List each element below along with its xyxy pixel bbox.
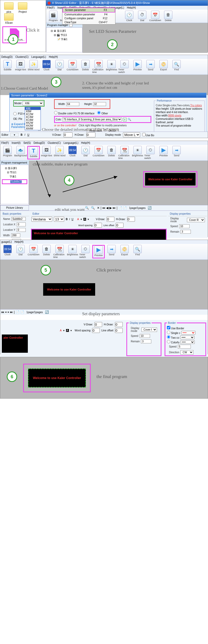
menu-screen-parameter[interactable]: Screen parameterF3 [62, 8, 115, 13]
radio-colorful[interactable]: Colorfu [167, 340, 179, 344]
tool-program[interactable]: 🎬Program [1, 146, 14, 159]
zoom-icon[interactable]: 🔍 [91, 206, 95, 210]
tool-delete[interactable]: 🗑Delete [79, 60, 92, 73]
direction-select[interactable]: CW [180, 350, 193, 355]
use-border-check[interactable]: Use Border [167, 326, 204, 330]
add-icon[interactable]: + [123, 118, 127, 121]
display-mode-select[interactable]: Move L [123, 132, 140, 137]
lo-input[interactable] [115, 328, 123, 333]
tree-screen[interactable]: ⊟ 显示屏1 [2, 166, 27, 170]
menu-set[interactable]: Set(S) [23, 141, 31, 144]
menu-complex-panel[interactable]: Configure complex panelF12 [62, 16, 115, 20]
speed-input[interactable] [179, 224, 190, 228]
remain-input[interactable] [141, 339, 151, 343]
folder-project[interactable]: Project [16, 2, 29, 13]
display-mode-select[interactable]: Cover R [187, 218, 205, 222]
tree-program[interactable]: ⊟ 节目1 [2, 170, 27, 175]
menu-clusters[interactable]: Clusters(C) [48, 141, 61, 144]
tool-program[interactable]: 🎬Program [47, 11, 60, 22]
tree-program[interactable]: ⊟ 🎬 节目1 [48, 33, 81, 37]
editor-textarea[interactable]: aler Controller [2, 335, 28, 353]
tree-sub2[interactable]: Subtitle2 [2, 179, 27, 184]
border-style-2[interactable]: ━━━ [180, 336, 194, 339]
tool-caltime[interactable]: 📆Calibration time [92, 60, 105, 73]
width-input[interactable] [66, 102, 79, 106]
border-style-3[interactable]: ━━━ [180, 340, 195, 344]
speed-input[interactable] [140, 334, 150, 338]
menu-debug[interactable]: Debug(D) [1, 55, 12, 58]
folder-pics[interactable]: pics [2, 2, 15, 13]
locy-input[interactable] [17, 228, 26, 232]
menu-debug[interactable]: Debug(D) [34, 141, 45, 144]
tool-imagetext[interactable]: 🖼Image-text [40, 146, 53, 159]
hdraw-input[interactable] [115, 322, 123, 327]
model-opt[interactable]: XC4W [25, 119, 41, 121]
tool-caltime[interactable]: 📆Calibration time [53, 245, 66, 258]
height-input[interactable] [93, 102, 106, 106]
vdraw-input[interactable] [94, 322, 102, 327]
tree-screen[interactable]: ⊟ 🖥 显示屏1 [48, 29, 81, 33]
vdraw-input[interactable] [107, 217, 114, 222]
vdraw-input[interactable] [63, 132, 73, 137]
tool-subtitle[interactable]: TSubtitle [1, 60, 14, 73]
tool-dial[interactable]: ⏱Dial [136, 11, 148, 22]
tool-countdown[interactable]: 📅Countdown [149, 11, 161, 22]
tool-timer[interactable]: ⏲Timer switch [79, 245, 92, 258]
p10-radio[interactable] [13, 112, 17, 115]
tool-clock[interactable]: 09:54Clock [66, 146, 79, 159]
folder-xscan[interactable]: XScan [2, 13, 15, 24]
hdraw-input[interactable] [86, 132, 95, 137]
model-opt[interactable]: XC3W [25, 116, 41, 119]
border-style-1[interactable]: ━━━ [181, 331, 196, 335]
tool-send[interactable]: ➡Send [105, 245, 118, 258]
font-select[interactable]: Verdana [31, 217, 52, 222]
tool-caltime[interactable]: 📆Calibration time [118, 146, 131, 159]
lo-input[interactable] [116, 223, 124, 228]
menu-help[interactable]: Help(H) [15, 240, 23, 243]
tool-delete[interactable]: 🗑Delete [105, 146, 118, 159]
tool-dial[interactable]: 🕐Dial [79, 146, 92, 159]
magnifier-icon[interactable]: 🔍 [128, 118, 131, 121]
menu-help[interactable]: Help(H) [127, 6, 136, 9]
radio-other[interactable]: Other [97, 112, 108, 115]
model-opt[interactable]: XK2W [25, 121, 41, 124]
menu-file[interactable]: File(F) [1, 141, 9, 144]
menu-language[interactable]: Language(L) [64, 141, 79, 144]
tool-delete[interactable]: 🗑Delete [162, 11, 174, 22]
tool-countdown[interactable]: 📅Countdown [92, 146, 105, 159]
menu-language[interactable]: Language(L) [31, 55, 46, 58]
model-select[interactable]: X8E [23, 101, 43, 106]
zoom-icon[interactable]: 🔍 [85, 206, 89, 210]
tool-dial[interactable]: 🕐Dial [53, 60, 66, 73]
menu-cleartype[interactable]: ClearTypeCtrl+F7 [62, 20, 115, 24]
hdraw-input[interactable] [127, 217, 135, 222]
model-opt[interactable]: X8E [25, 107, 41, 110]
tool-countdown[interactable]: 📅Countdown [66, 60, 79, 73]
radio-double[interactable]: Double color F3.75 08 interface [54, 112, 94, 115]
menu-help[interactable]: Help(H) [49, 55, 58, 58]
tool-delete[interactable]: 🗑Delete [40, 245, 53, 258]
picture-library[interactable]: Picture Library [0, 205, 29, 210]
tool-imagetext[interactable]: 🖼Image-text [14, 60, 27, 73]
useb-check[interactable] [142, 133, 146, 136]
model-opt[interactable]: XC2W [25, 113, 41, 116]
model-opt[interactable]: X8W [25, 110, 41, 113]
tool-brightness[interactable]: ☀Brightness [66, 245, 79, 258]
radio-two[interactable]: Two co [167, 335, 179, 339]
model-opt[interactable]: XK4W [25, 127, 41, 130]
tool-countdown[interactable]: 📅Countdown [27, 245, 40, 258]
tool-shineword[interactable]: ✨Shine word [27, 60, 40, 73]
tool-send[interactable]: ➡Send [170, 146, 183, 159]
tool-brightness[interactable]: ☀Brightness [131, 146, 144, 159]
name-input[interactable] [11, 217, 26, 221]
menu-language[interactable]: guage(L) [1, 240, 12, 243]
model-opt[interactable]: XK3W [25, 124, 41, 127]
tool-clock[interactable]: 🕐Clock [123, 11, 135, 22]
tool-clock[interactable]: 09:54Clock [40, 60, 53, 73]
tool-shineword[interactable]: ✨Shine word [53, 146, 66, 159]
menu-insert[interactable]: Insert(I) [12, 141, 21, 144]
tree-sub1[interactable]: 字幕1 [2, 175, 27, 179]
tool-clock[interactable]: 09:54Clock [1, 245, 14, 258]
tool-background[interactable]: 🐟Background [14, 146, 27, 159]
tool-preview[interactable]: ▶Preview [157, 146, 170, 159]
